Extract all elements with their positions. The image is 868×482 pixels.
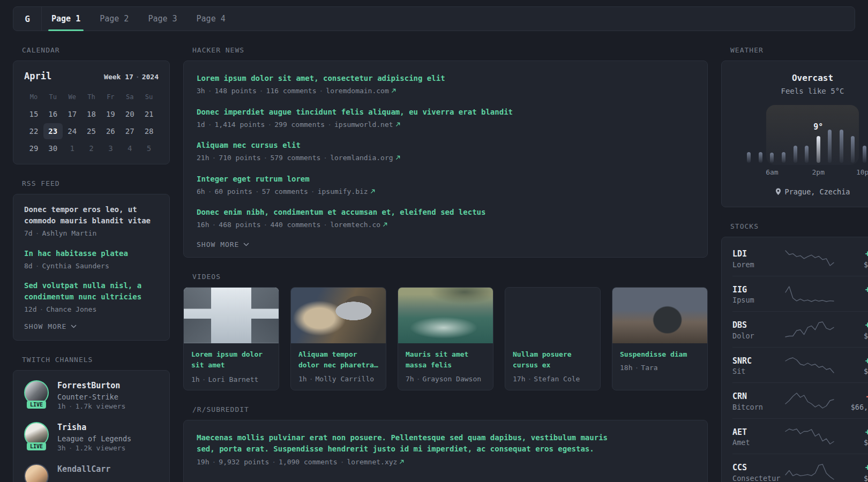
tab-page-2[interactable]: Page 2 bbox=[90, 7, 138, 31]
calendar-day: 4 bbox=[120, 140, 139, 156]
video-card[interactable]: Nullam posuere cursus ex17h·Stefan Cole bbox=[505, 287, 601, 390]
item-meta: 21h·710 points·579 comments·loremlandia.… bbox=[197, 153, 694, 163]
stream-time: 1h bbox=[57, 402, 66, 410]
video-thumbnail bbox=[398, 288, 493, 343]
video-author: Grayson Dawson bbox=[422, 375, 481, 383]
video-age: 1h bbox=[298, 375, 307, 383]
rss-show-more-button[interactable]: SHOW MORE bbox=[24, 322, 159, 330]
hackernews-item: Lorem ipsum dolor sit amet, consectetur … bbox=[197, 73, 694, 96]
twitch-category: Counter-Strike bbox=[57, 393, 125, 401]
subreddit-section-label: /R/SUBREDDIT bbox=[192, 405, 708, 413]
video-card[interactable]: Lorem ipsum dolor sit amet consectetu…1h… bbox=[183, 287, 279, 390]
item-meta: 7d·Ashlyn Martin bbox=[24, 228, 159, 239]
stock-row[interactable]: CCSConsectetur+0.51%$165.84 bbox=[732, 454, 868, 482]
video-card[interactable]: Mauris sit amet massa felis7h·Grayson Da… bbox=[398, 287, 493, 390]
rss-section-label: RSS FEED bbox=[22, 179, 170, 187]
stock-row[interactable]: CRNBitcorn-1.00%$66,171.48 bbox=[732, 382, 868, 418]
stock-sparkline-wrap bbox=[784, 427, 835, 446]
external-link-icon bbox=[370, 187, 375, 195]
source-domain-link[interactable]: loremtech.co bbox=[330, 221, 380, 229]
video-card[interactable]: Suspendisse diam18h·Tara bbox=[612, 287, 708, 390]
video-author: Stefan Cole bbox=[534, 375, 580, 383]
twitch-section-label: TWITCH CHANNELS bbox=[22, 356, 170, 364]
stock-id: CRNBitcorn bbox=[732, 390, 784, 411]
twitch-channel-name[interactable]: ForrestBurton bbox=[57, 380, 125, 391]
calendar-day: 16 bbox=[43, 106, 63, 122]
hackernews-item-title[interactable]: Lorem ipsum dolor sit amet, consectetur … bbox=[197, 73, 694, 84]
calendar-day: 20 bbox=[120, 106, 139, 122]
subreddit-widget: Maecenas mollis pulvinar erat non posuer… bbox=[183, 420, 708, 482]
weather-section-label: WEATHER bbox=[730, 46, 868, 54]
twitch-channel[interactable]: LIVEForrestBurtonCounter-Strike1h·1.7k v… bbox=[24, 380, 159, 410]
subreddit-post-title[interactable]: Maecenas mollis pulvinar erat non posuer… bbox=[197, 432, 625, 455]
rss-item: In hac habitasse platea8d·Cynthia Saunde… bbox=[24, 248, 159, 272]
video-title[interactable]: Mauris sit amet massa felis bbox=[406, 349, 485, 372]
stock-values: +0.51%$165.84 bbox=[835, 462, 868, 482]
meta-part: 579 comments bbox=[270, 154, 320, 162]
calendar-grid: MoTuWeThFrSaSu15161718192021222324252627… bbox=[24, 89, 159, 156]
hackernews-item-title[interactable]: Donec imperdiet augue tincidunt felis al… bbox=[197, 107, 694, 118]
hackernews-item: Integer eget rutrum lorem6h·60 points·57… bbox=[197, 174, 694, 197]
app-logo[interactable]: G bbox=[13, 7, 42, 31]
video-meta: 18h·Tara bbox=[620, 364, 700, 372]
twitch-channel-name[interactable]: Trisha bbox=[57, 422, 131, 433]
rss-item-title[interactable]: Donec tempor eros leo, ut commodo mauris… bbox=[24, 204, 159, 227]
weather-time-label: 10pm bbox=[856, 168, 868, 176]
stock-row[interactable]: IIGIpsum+2.84%$42.04 bbox=[732, 276, 868, 312]
video-title[interactable]: Aliquam tempor dolor nec pharetra… bbox=[298, 349, 378, 372]
calendar-day: 19 bbox=[101, 106, 120, 122]
source-domain-link[interactable]: loremnet.xyz bbox=[347, 458, 397, 466]
twitch-avatar-wrap: LIVE bbox=[24, 422, 49, 447]
calendar-day-today: 23 bbox=[43, 123, 63, 139]
external-link-icon bbox=[399, 460, 404, 464]
twitch-channel[interactable]: LIVETrishaLeague of Legends3h·1.2k viewe… bbox=[24, 422, 159, 452]
hackernews-item-title[interactable]: Integer eget rutrum lorem bbox=[197, 174, 694, 185]
twitch-channel[interactable]: KendallCarr bbox=[24, 464, 159, 482]
stock-sparkline-wrap bbox=[784, 356, 835, 374]
video-meta: 1h·Lori Barnett bbox=[191, 375, 271, 383]
twitch-channel-name[interactable]: KendallCarr bbox=[57, 464, 110, 475]
source-domain-link[interactable]: loremlandia.org bbox=[330, 154, 393, 162]
stock-id: LDILorem bbox=[732, 248, 784, 269]
tab-page-4[interactable]: Page 4 bbox=[187, 7, 235, 31]
weather-bar bbox=[840, 130, 843, 163]
video-title[interactable]: Nullam posuere cursus ex bbox=[513, 349, 593, 372]
video-card[interactable]: Aliquam tempor dolor nec pharetra…1h·Mol… bbox=[290, 287, 386, 390]
item-meta: 16h·468 points·440 comments·loremtech.co bbox=[197, 220, 694, 230]
meta-part: 148 points bbox=[214, 87, 256, 95]
source-domain-link[interactable]: loremdomain.com bbox=[326, 87, 388, 95]
viewer-count: 1.2k viewers bbox=[75, 444, 125, 452]
stock-name: Consectetur bbox=[732, 474, 784, 482]
tab-page-1[interactable]: Page 1 bbox=[42, 7, 90, 31]
weather-hour-column bbox=[801, 146, 813, 163]
stock-row[interactable]: DBSDolor+1.42%$156.28 bbox=[732, 311, 868, 347]
meta-part: 1,414 points bbox=[214, 120, 265, 129]
weather-hour-column bbox=[789, 146, 801, 163]
video-title[interactable]: Lorem ipsum dolor sit amet consectetu… bbox=[191, 349, 271, 372]
subreddit-section: /R/SUBREDDIT Maecenas mollis pulvinar er… bbox=[183, 405, 708, 482]
stock-row[interactable]: LDILorem+4.35%$795.18 bbox=[732, 240, 868, 276]
video-title[interactable]: Suspendisse diam bbox=[620, 349, 700, 360]
weather-location-text: Prague, Czechia bbox=[785, 187, 850, 196]
hackernews-item-title[interactable]: Donec enim nibh, condimentum et accumsan… bbox=[197, 207, 694, 218]
stock-row[interactable]: SNRCSit+1.36%$148.64 bbox=[732, 347, 868, 383]
stock-row[interactable]: AETAmet+0.92%$499.72 bbox=[732, 418, 868, 454]
rss-item: Sed volutpat nulla nisl, a condimentum n… bbox=[24, 280, 159, 315]
calendar-weekday: Th bbox=[82, 89, 101, 105]
stock-change: +2.84% bbox=[835, 284, 868, 296]
hackernews-section-label: HACKER NEWS bbox=[192, 46, 708, 54]
calendar-header: April Week 17·2024 bbox=[24, 71, 159, 81]
hackernews-item-title[interactable]: Aliquam nec cursus elit bbox=[197, 140, 694, 151]
rss-item-title[interactable]: In hac habitasse platea bbox=[24, 248, 159, 259]
source-domain-link[interactable]: ipsumworld.net bbox=[334, 120, 393, 129]
tab-page-3[interactable]: Page 3 bbox=[138, 7, 186, 31]
stock-id: DBSDolor bbox=[732, 319, 784, 340]
stock-values: +1.42%$156.28 bbox=[835, 319, 868, 340]
rss-item-title[interactable]: Sed volutpat nulla nisl, a condimentum n… bbox=[24, 280, 159, 303]
hackernews-show-more-button[interactable]: SHOW MORE bbox=[197, 240, 694, 248]
calendar-day: 5 bbox=[139, 140, 159, 156]
rss-show-more-label: SHOW MORE bbox=[24, 322, 66, 330]
source-domain-link[interactable]: ipsumify.biz bbox=[318, 187, 368, 195]
stock-ticker: CCS bbox=[732, 462, 784, 474]
separator-dot: · bbox=[33, 262, 42, 270]
